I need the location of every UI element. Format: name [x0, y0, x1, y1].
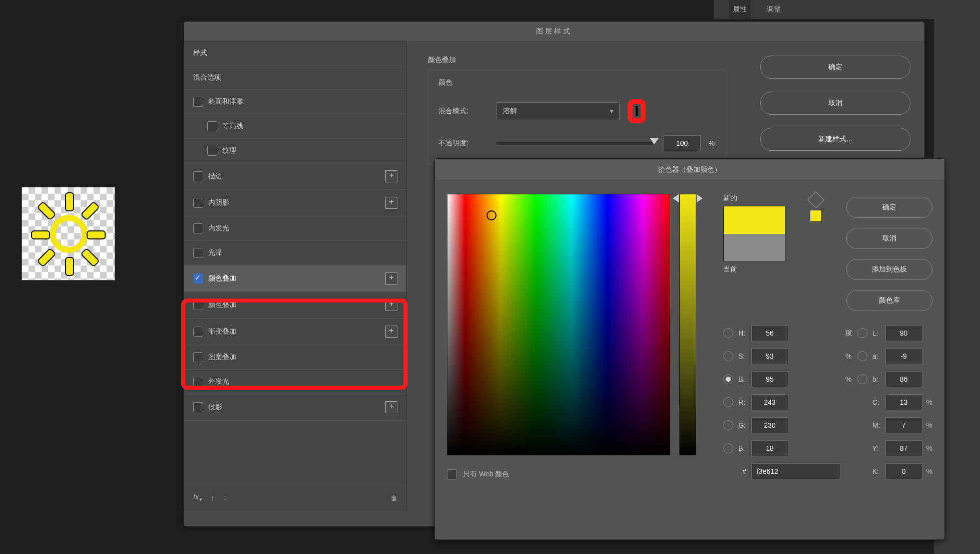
effect-drop-shadow[interactable]: 投影 + — [184, 394, 406, 421]
add-drop-shadow-button[interactable]: + — [385, 401, 397, 413]
cancel-button[interactable]: 取消 — [760, 92, 910, 115]
label-k: K: — [872, 467, 880, 475]
overlay-color-swatch[interactable] — [636, 106, 638, 116]
checkbox-texture[interactable] — [207, 146, 217, 156]
add-gradient-overlay-button[interactable]: + — [385, 326, 397, 338]
cp-add-swatch-button[interactable]: 添加到色板 — [846, 259, 932, 280]
checkbox-outer-glow[interactable] — [193, 377, 203, 387]
input-r[interactable]: 243 — [751, 394, 788, 410]
add-color-overlay-button-1[interactable]: + — [385, 272, 397, 285]
checkbox-gradient-overlay[interactable] — [193, 327, 203, 337]
preview-current-color[interactable] — [724, 234, 785, 261]
slider-thumb-icon[interactable] — [650, 138, 659, 145]
color-picker-dialog: 拾色器（叠加颜色） 只有 Web 颜色 新的 — [434, 158, 945, 540]
tab-properties[interactable]: 属性 — [729, 0, 751, 19]
add-inner-shadow-button[interactable]: + — [385, 197, 397, 209]
effect-satin[interactable]: 光泽 — [184, 241, 406, 265]
input-y[interactable]: 87 — [885, 440, 922, 456]
ok-button[interactable]: 确定 — [760, 56, 910, 79]
tab-adjustments[interactable]: 调整 — [763, 0, 785, 19]
radio-h[interactable] — [723, 328, 733, 338]
input-a[interactable]: -9 — [885, 348, 922, 364]
hue-slider[interactable] — [679, 194, 696, 455]
input-g[interactable]: 230 — [751, 417, 788, 433]
input-l[interactable]: 90 — [885, 325, 922, 341]
input-h[interactable]: 56 — [751, 325, 788, 341]
web-only-label: 只有 Web 颜色 — [463, 470, 509, 479]
color-subsection-title: 颜色 — [438, 78, 715, 87]
effect-texture[interactable]: 纹理 — [184, 139, 406, 163]
effect-pattern-overlay[interactable]: 图案叠加 — [184, 345, 406, 370]
input-b-hsb[interactable]: 95 — [751, 371, 788, 387]
input-b-rgb[interactable]: 18 — [751, 440, 788, 456]
effect-inner-shadow[interactable]: 内阴影 + — [184, 190, 406, 216]
radio-r[interactable] — [723, 397, 733, 407]
move-effect-up-button[interactable] — [211, 494, 214, 502]
effect-color-overlay-1[interactable]: 颜色叠加 + — [184, 265, 406, 292]
blend-options-row[interactable]: 混合选项 — [184, 66, 406, 90]
add-stroke-button[interactable]: + — [385, 170, 397, 182]
checkbox-contour[interactable] — [207, 121, 217, 131]
color-field[interactable] — [447, 194, 670, 455]
blend-mode-select[interactable]: 溶解 ▾ — [497, 102, 620, 120]
label-b-rgb: B: — [738, 444, 746, 452]
input-b-lab[interactable]: 86 — [885, 371, 922, 387]
checkbox-satin[interactable] — [193, 248, 203, 258]
cp-ok-button[interactable]: 确定 — [846, 197, 932, 218]
effect-stroke[interactable]: 描边 + — [184, 163, 406, 190]
unit-s: % — [845, 352, 852, 360]
layer-style-effects-list: 样式 混合选项 斜面和浮雕 等高线 纹理 描边 + 内阴影 — [184, 41, 407, 511]
input-c[interactable]: 13 — [885, 394, 922, 410]
cp-color-libraries-button[interactable]: 颜色库 — [846, 290, 932, 311]
checkbox-inner-glow[interactable] — [193, 223, 203, 233]
styles-header[interactable]: 样式 — [184, 41, 406, 66]
radio-g[interactable] — [723, 420, 733, 430]
color-picker-title: 拾色器（叠加颜色） — [435, 159, 944, 180]
radio-a[interactable] — [857, 351, 867, 361]
blend-mode-label: 混合模式: — [438, 107, 488, 116]
add-color-overlay-button-2[interactable]: + — [385, 299, 397, 311]
fx-menu-button[interactable]: fx▾ — [193, 493, 202, 503]
effect-inner-glow[interactable]: 内发光 — [184, 216, 406, 241]
opacity-slider[interactable] — [497, 142, 656, 145]
effect-bevel-emboss[interactable]: 斜面和浮雕 — [184, 90, 406, 114]
label-y: Y: — [872, 444, 880, 452]
checkbox-color-overlay-1[interactable] — [193, 273, 203, 284]
delete-effect-button[interactable] — [390, 494, 397, 502]
hue-slider-arrow-left-icon[interactable] — [673, 194, 679, 202]
cp-cancel-button[interactable]: 取消 — [846, 228, 932, 249]
effect-color-overlay-2[interactable]: 颜色叠加 + — [184, 292, 406, 319]
input-s[interactable]: 93 — [751, 348, 788, 364]
move-effect-down-button[interactable] — [223, 494, 227, 502]
input-m[interactable]: 7 — [885, 417, 922, 433]
effect-outer-glow[interactable]: 外发光 — [184, 370, 406, 394]
effect-contour[interactable]: 等高线 — [184, 114, 406, 139]
unit-b-hsb: % — [845, 375, 852, 383]
label-h: H: — [738, 329, 746, 337]
radio-b-lab[interactable] — [857, 374, 867, 384]
checkbox-drop-shadow[interactable] — [193, 402, 203, 412]
input-k[interactable]: 0 — [885, 463, 922, 479]
nearest-web-color-swatch[interactable] — [810, 210, 822, 222]
cube-icon[interactable] — [807, 191, 824, 208]
input-hex[interactable]: f3e612 — [751, 463, 840, 479]
checkbox-pattern-overlay[interactable] — [193, 352, 203, 362]
label-a: a: — [872, 352, 880, 360]
radio-b-rgb[interactable] — [723, 443, 733, 453]
checkbox-inner-shadow[interactable] — [193, 198, 203, 208]
hue-slider-arrow-right-icon[interactable] — [697, 194, 703, 202]
unit-h: 度 — [845, 329, 852, 338]
radio-b-hsb[interactable] — [723, 374, 733, 384]
effect-gradient-overlay[interactable]: 渐变叠加 + — [184, 319, 406, 345]
checkbox-color-overlay-2[interactable] — [193, 300, 203, 310]
radio-l[interactable] — [857, 328, 867, 338]
checkbox-stroke[interactable] — [193, 171, 203, 181]
checkbox-bevel[interactable] — [193, 97, 203, 107]
unit-m: % — [926, 421, 932, 429]
color-field-cursor[interactable] — [486, 210, 497, 220]
radio-s[interactable] — [723, 351, 733, 361]
new-style-button[interactable]: 新建样式... — [760, 128, 910, 151]
hex-prefix: # — [742, 467, 746, 475]
opacity-input[interactable]: 100 — [664, 135, 701, 151]
checkbox-web-only[interactable] — [447, 469, 457, 479]
